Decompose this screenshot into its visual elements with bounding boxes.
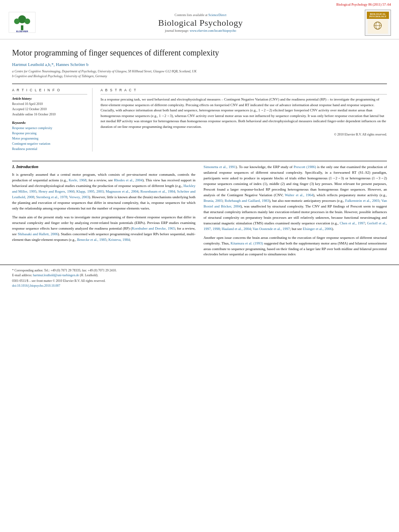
journal-homepage: journal homepage: www.elsevier.com/locat… (36, 29, 365, 33)
journal-reference: Biological Psychology 86 (2011) 57–64 (336, 2, 391, 6)
keyword-1: Response sequence complexity (12, 126, 87, 131)
homepage-url[interactable]: www.elsevier.com/locate/biopsycho (190, 29, 236, 33)
email-name: (H. Leuthold). (80, 273, 98, 277)
affiliation-a: a Centre for Cognitive Neuroimaging, Dep… (12, 69, 387, 74)
biopsych-logo: BIOLOGICALPSYCHOLOGY (365, 10, 391, 36)
bio-logo-banner: BIOLOGICALPSYCHOLOGY (367, 12, 389, 19)
keyword-5: Readiness potential (12, 147, 87, 152)
intro-heading: 1. Introduction (12, 164, 195, 169)
email-label: E-mail address: (12, 273, 32, 277)
intro-para-2: The main aim of the present study was to… (12, 215, 195, 243)
homepage-label: journal homepage: (165, 29, 189, 33)
footnote-text: * Corresponding author. Tel.: +49 (0) 70… (12, 269, 117, 272)
issn-text: 0301-0511/$ – see front matter © 2010 El… (12, 279, 105, 283)
consists-word: consists (109, 173, 120, 177)
journal-banner: ELSEVIER Contents lists available at Sci… (8, 8, 391, 37)
article-info-abstract: A R T I C L E I N F O Article history: R… (12, 84, 387, 152)
abstract-text: In a response precuing task, we used beh… (101, 97, 387, 129)
introduction-section: 1. Introduction It is generally assumed … (0, 164, 399, 261)
intro-right-para-2: Another open issue concerns the brain ar… (204, 235, 387, 258)
main-content: Motor programming of finger sequences of… (0, 39, 399, 158)
sciencedirect-link[interactable]: ScienceDirect (208, 13, 226, 17)
history-text: Received 10 April 2010 Accepted 12 Octob… (12, 102, 87, 117)
intro-right-para-1: Simonetta et al., 1991). To our knowledg… (204, 164, 387, 232)
issn-line: 0301-0511/$ – see front matter © 2010 El… (12, 279, 387, 283)
elsevier-logo: ELSEVIER (8, 11, 36, 34)
intro-para-1: It is generally assumed that a central m… (12, 172, 195, 212)
page: Biological Psychology 86 (2011) 57–64 EL… (0, 0, 399, 532)
svg-text:ELSEVIER: ELSEVIER (16, 30, 28, 33)
email-address[interactable]: hartmut.leuthold@uni-tuebingen.de (33, 273, 79, 277)
svg-rect-1 (21, 25, 23, 30)
abstract-label: A B S T R A C T (101, 88, 387, 92)
contents-label: Contents lists available at (175, 13, 208, 17)
journal-center: Contents lists available at ScienceDirec… (36, 13, 365, 33)
article-info-col: A R T I C L E I N F O Article history: R… (12, 88, 93, 152)
accepted-date: Accepted 12 October 2010 (12, 107, 87, 112)
keyword-4: Contingent negative variation (12, 142, 87, 147)
sciencedirect-line: Contents lists available at ScienceDirec… (36, 13, 365, 17)
article-title: Motor programming of finger sequences of… (12, 47, 387, 58)
doi-text[interactable]: doi:10.1016/j.biopsycho.2010.10.007 (12, 284, 60, 288)
copyright-notice: © 2010 Elsevier B.V. All rights reserved… (101, 133, 387, 136)
journal-header: Biological Psychology 86 (2011) 57–64 EL… (0, 0, 399, 39)
keyword-3: Motor programming (12, 136, 87, 142)
affiliations: a Centre for Cognitive Neuroimaging, Dep… (12, 69, 387, 79)
and-word: and (45, 221, 50, 225)
svg-point-3 (14, 18, 20, 24)
footnote: * Corresponding author. Tel.: +49 (0) 70… (12, 268, 387, 273)
author-names: Hartmut Leuthold a,b,*, Hannes Schröter … (12, 62, 88, 67)
article-info-label: A R T I C L E I N F O (12, 88, 87, 92)
section-divider (12, 161, 387, 161)
page-footer: * Corresponding author. Tel.: +49 (0) 70… (0, 265, 399, 291)
keywords-label: Keywords: (12, 121, 87, 125)
keywords-section: Keywords: Response sequence complexity R… (12, 121, 87, 152)
journal-title: Biological Psychology (36, 18, 365, 28)
journal-ref: Biological Psychology 86 (2011) 57–64 (8, 2, 391, 6)
doi-line: doi:10.1016/j.biopsycho.2010.10.007 (12, 284, 387, 288)
keyword-2: Response precuing (12, 131, 87, 136)
received-date: Received 10 April 2010 (12, 102, 87, 107)
intro-right-col: Simonetta et al., 1991). To our knowledg… (204, 164, 387, 261)
available-date: Available online 16 October 2010 (12, 112, 87, 117)
svg-point-4 (25, 18, 30, 24)
affiliation-b: b Cognitive and Biological Psychology, U… (12, 74, 387, 79)
history-label: Article history: (12, 97, 87, 101)
abstract-col: A B S T R A C T In a response precuing t… (101, 88, 387, 152)
email-line: E-mail address: hartmut.leuthold@uni-tue… (12, 273, 387, 278)
authors: Hartmut Leuthold a,b,*, Hannes Schröter … (12, 62, 387, 67)
intro-left-col: 1. Introduction It is generally assumed … (12, 164, 195, 261)
